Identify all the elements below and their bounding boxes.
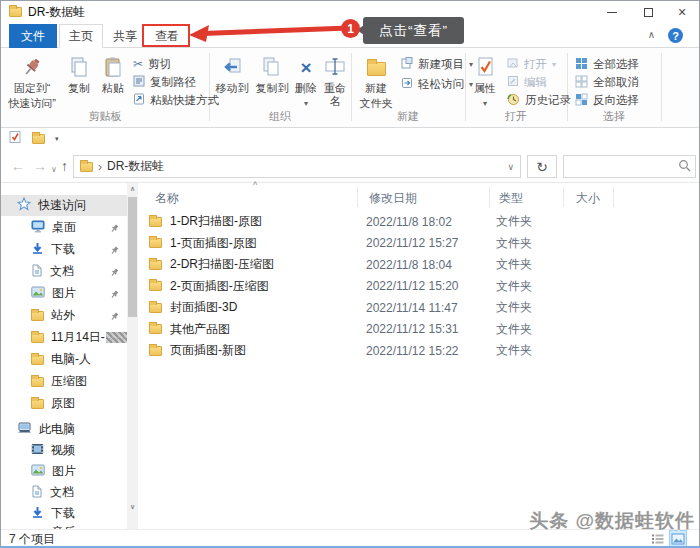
back-icon[interactable]: ← [11, 156, 25, 176]
tab-share[interactable]: 共享 [105, 24, 145, 48]
open-button[interactable]: 打开 ▾ [507, 55, 556, 73]
copy-path-button[interactable]: 复制路径 [133, 73, 196, 91]
sidebar-item-label: 11月14日- [51, 329, 105, 346]
delete-button[interactable]: × 删除 ▾ [293, 52, 319, 110]
sidebar-item-folder[interactable]: 压缩图 [1, 371, 127, 392]
copy-button[interactable]: 复制 [63, 52, 95, 95]
sidebar-item-documents-pc[interactable]: 文档 [1, 482, 127, 503]
scroll-up-icon[interactable]: ∧ [127, 183, 138, 195]
column-header-size[interactable]: 大小 [576, 187, 600, 209]
sidebar-item-downloads-pc[interactable]: 下载 [1, 503, 127, 524]
sidebar-item-videos[interactable]: 视频 [1, 440, 127, 461]
paste-button[interactable]: 粘贴 [97, 52, 129, 95]
sidebar-item-documents[interactable]: 文档 [1, 261, 127, 282]
select-all-button[interactable]: 全部选择 [575, 55, 639, 73]
forward-icon[interactable]: → [33, 156, 47, 176]
file-row[interactable]: 2-页面插图-压缩图 2022/11/12 15:20 文件夹 [141, 276, 700, 297]
properties-quick-icon[interactable] [8, 130, 22, 148]
sidebar-item-pictures-pc[interactable]: 图片 [1, 461, 127, 482]
recent-locations-caret-icon[interactable]: ∨ [51, 160, 57, 180]
new-item-button[interactable]: 新建项目 ▾ [401, 55, 473, 73]
close-button[interactable]: × [665, 1, 699, 23]
qat-customize-caret-icon[interactable]: ▾ [55, 135, 59, 143]
invert-selection-button[interactable]: 反向选择 [575, 91, 639, 109]
address-bar[interactable]: › DR-数据蛙 ∨ [73, 155, 521, 178]
sidebar-item-this-pc[interactable]: 此电脑 [1, 419, 127, 440]
sort-ascending-icon: ^ [253, 180, 257, 190]
column-header-name[interactable]: 名称 [155, 187, 179, 209]
tab-home[interactable]: 主页 [59, 24, 103, 48]
maximize-button[interactable] [631, 1, 665, 23]
file-name: 页面插图-新图 [170, 342, 246, 359]
sidebar-scrollbar[interactable]: ∧ ∨ [127, 183, 138, 529]
pictures-icon [31, 286, 45, 301]
history-button[interactable]: 历史记录 [507, 91, 571, 109]
easy-access-button[interactable]: 轻松访问 ▾ [401, 75, 473, 93]
scroll-down-icon[interactable]: ∨ [127, 501, 138, 513]
file-date: 2022/11/12 15:20 [366, 279, 496, 293]
minimize-button[interactable] [595, 1, 629, 23]
pin-icon [110, 266, 119, 280]
folder-icon [31, 355, 44, 365]
move-to-button[interactable]: 移动到 [213, 52, 251, 95]
paste-label: 粘贴 [102, 82, 124, 95]
sidebar-item-folder[interactable]: 11月14日- [1, 327, 127, 348]
copy-to-button[interactable]: 复制到 [253, 52, 291, 95]
file-row[interactable]: 1-DR扫描图-原图 2022/11/8 18:02 文件夹 [141, 211, 700, 232]
column-separator[interactable] [613, 187, 614, 207]
pin-to-quick-access-button[interactable]: 固定到“ 快速访问” [5, 52, 59, 110]
column-separator[interactable] [563, 187, 564, 207]
qat-folder-icon[interactable] [32, 134, 45, 144]
new-folder-button[interactable]: 新建 文件夹 [355, 52, 397, 110]
file-name: 2-DR扫描图-压缩图 [170, 256, 274, 273]
sidebar-item-folder[interactable]: 原图 [1, 393, 127, 414]
rename-button[interactable]: 重命名 [319, 52, 351, 108]
sidebar-item-pictures[interactable]: 图片 [1, 283, 127, 304]
sidebar-item-folder[interactable]: 站外 [1, 305, 127, 326]
sidebar-item-desktop[interactable]: 桌面 [1, 217, 127, 238]
file-name: 其他产品图 [170, 321, 230, 338]
file-row[interactable]: 其他产品图 2022/11/12 15:31 文件夹 [141, 319, 700, 340]
column-header-date[interactable]: 修改日期 [369, 187, 417, 209]
column-separator[interactable] [489, 187, 490, 207]
sidebar-item-label: 下载 [51, 505, 75, 522]
search-input[interactable] [568, 160, 678, 174]
sidebar-item-downloads[interactable]: 下载 [1, 239, 127, 260]
new-folder-label-line1: 新建 [365, 82, 387, 95]
file-row[interactable]: 1-页面插图-原图 2022/11/12 15:27 文件夹 [141, 233, 700, 254]
select-all-icon [575, 57, 588, 72]
help-icon[interactable]: ? [668, 28, 683, 43]
up-icon[interactable]: ↑ [61, 156, 68, 176]
collapse-ribbon-icon[interactable]: ∧ [648, 29, 655, 40]
select-none-button[interactable]: 全部取消 [575, 73, 639, 91]
paste-shortcut-button[interactable]: 粘贴快捷方式 [133, 91, 219, 109]
tab-file[interactable]: 文件 [9, 24, 57, 48]
search-box [563, 155, 696, 178]
file-type: 文件夹 [496, 213, 591, 230]
desktop-icon [31, 220, 45, 236]
videos-icon [31, 443, 44, 458]
document-icon [31, 264, 43, 280]
open-label: 打开 [524, 57, 547, 72]
address-dropdown-caret-icon[interactable]: ∨ [507, 162, 514, 172]
edit-button[interactable]: 编辑 [507, 73, 547, 91]
copy-to-icon [261, 54, 283, 80]
window-title: DR-数据蛙 [28, 4, 85, 21]
sidebar-item-label: 图片 [52, 463, 76, 480]
refresh-button[interactable]: ↻ [527, 155, 557, 178]
organize-group: 移动到 复制到 × 删除 ▾ 重命名 组织 [209, 48, 351, 127]
column-header-type[interactable]: 类型 [499, 187, 523, 209]
properties-button[interactable]: 属性 ▾ [469, 52, 501, 110]
file-name: 1-页面插图-原图 [170, 235, 257, 252]
file-row[interactable]: 封面插图-3D 2022/11/14 11:47 文件夹 [141, 297, 700, 318]
file-type: 文件夹 [496, 299, 591, 316]
column-separator[interactable] [357, 187, 358, 207]
select-none-label: 全部取消 [593, 75, 639, 90]
file-row[interactable]: 2-DR扫描图-压缩图 2022/11/8 18:04 文件夹 [141, 254, 700, 275]
copy-label: 复制 [68, 82, 90, 95]
scrollbar-thumb[interactable] [128, 197, 137, 317]
file-row[interactable]: 页面插图-新图 2022/11/12 15:22 文件夹 [141, 340, 700, 361]
sidebar-item-folder[interactable]: 电脑-人 [1, 349, 127, 370]
cut-button[interactable]: ✂ 剪切 [133, 55, 171, 73]
sidebar-item-quick-access[interactable]: 快速访问 [1, 195, 127, 216]
